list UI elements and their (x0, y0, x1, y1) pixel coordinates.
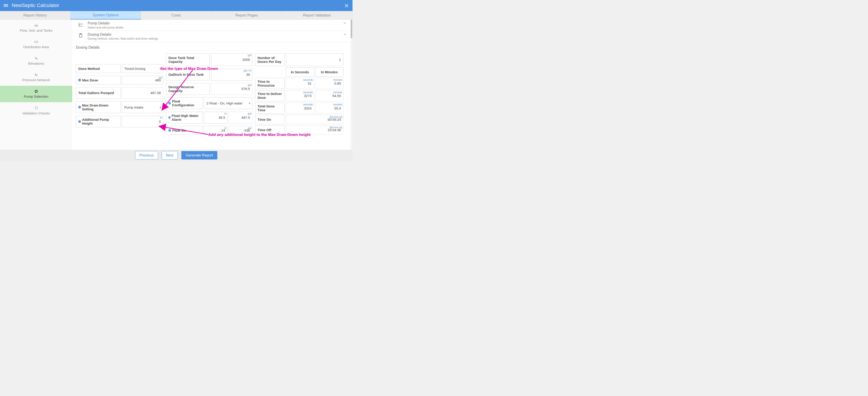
info-icon[interactable]: i (78, 106, 81, 108)
label-max-dose: iMax Dose (76, 76, 120, 85)
row-total-gallons-pumped: Total Gallons Pumped 487.38 (76, 87, 163, 99)
info-icon[interactable]: i (78, 79, 81, 81)
value-total-dose-min: minutes55.4 (315, 103, 343, 114)
checklist-icon (34, 106, 38, 110)
label-time-off: Time Off (255, 125, 285, 135)
value-float-on-gal: gal936 (229, 126, 252, 135)
input-max-dose[interactable]: gal480 (122, 76, 163, 85)
input-dose-tank[interactable]: gal2000 (211, 54, 252, 66)
menu-icon[interactable] (4, 3, 8, 8)
input-float-on-in[interactable]: in24 (204, 126, 227, 135)
house-icon (34, 23, 38, 27)
previous-button[interactable]: Previous (135, 151, 158, 159)
tab-report-validation[interactable]: Report Validation (282, 11, 352, 20)
value-float-high-gal: gal487.5 (229, 112, 252, 124)
row-dose-method: Dose Method Timed-Dosing (76, 64, 163, 73)
dosing-col-1: Dose Method Timed-Dosing iMax Dose gal48… (76, 64, 163, 127)
section-label: Dosing Details (76, 45, 349, 50)
value-time-deliver-min: minutes54.55 (315, 90, 343, 101)
value-time-deliver-sec: seconds3273 (286, 90, 314, 101)
time-grid: Number of Doses Per Day 1 In Seconds In … (255, 54, 343, 135)
sidebar-item-flow-soil-tanks[interactable]: Flow, Soil, and Tanks (0, 20, 72, 36)
panel-pump-details[interactable]: Pump Details Select and edit pump detail… (76, 20, 349, 31)
info-icon[interactable]: i (168, 102, 171, 104)
sidebar-item-pressure-network[interactable]: Pressure Network (0, 69, 72, 86)
label-time-on: Time On (255, 115, 285, 124)
chevron-down-icon[interactable] (343, 21, 347, 25)
input-float-high-in[interactable]: in36.5 (204, 112, 227, 124)
bed-icon (34, 40, 38, 44)
sidebar-item-label: Pressure Network (22, 78, 50, 82)
sidebar-item-label: Flow, Soil, and Tanks (20, 29, 52, 33)
label-dose-tank: Dose Tank Total Capacity (166, 54, 210, 66)
sidebar-item-elevations[interactable]: Elevations (0, 53, 72, 69)
sidebar-item-pump-selection[interactable]: Pump Selection (0, 86, 72, 102)
tab-report-history[interactable]: Report History (0, 11, 70, 20)
elevation-icon (34, 56, 38, 60)
input-num-doses[interactable]: 1 (286, 54, 343, 66)
row-float-config: iFloat Configuration 2 Float - On, High … (166, 97, 252, 109)
tab-system-options[interactable]: System Options (70, 11, 141, 20)
scrollbar[interactable] (350, 20, 352, 150)
sidebar-item-distribution-area[interactable]: Distribution Area (0, 36, 72, 53)
value-total-dose-sec: seconds3324 (286, 103, 314, 114)
value-time-pressurize-sec: seconds51 (286, 78, 314, 89)
svg-rect-0 (35, 41, 38, 42)
label-float-high: iFloat High Water Alarm (166, 112, 203, 124)
label-float-on: iFloat On (166, 126, 203, 135)
tab-report-pages[interactable]: Report Pages (212, 11, 282, 20)
label-total-dose-time: Total Dose Time (255, 103, 285, 114)
select-float-config[interactable]: 2 Float - On, High water (204, 97, 252, 109)
footer-bar: Previous Next Generate Report (0, 150, 352, 161)
dosing-col-3: Number of Doses Per Day 1 In Seconds In … (255, 54, 343, 135)
panel-title: Dosing Details (88, 32, 158, 37)
header-in-seconds: In Seconds (286, 67, 314, 77)
info-icon[interactable]: i (168, 116, 170, 119)
content-panel: Pump Details Select and edit pump detail… (72, 20, 352, 150)
next-button[interactable]: Next (162, 151, 178, 159)
panel-dosing-details[interactable]: Dosing Details Dosing method, volumes, f… (76, 31, 349, 42)
label-num-doses: Number of Doses Per Day (255, 54, 285, 66)
close-icon[interactable] (344, 3, 349, 8)
label-design-reserve: Design Reserve Capacity (166, 83, 210, 95)
clipboard-icon (78, 33, 84, 38)
sidebar: Flow, Soil, and Tanks Distribution Area … (0, 20, 72, 150)
generate-report-button[interactable]: Generate Report (181, 151, 217, 159)
panel-header-text: Dosing Details Dosing method, volumes, f… (88, 32, 158, 40)
label-gal-inch: Gal/Inch in Dose Tank (166, 69, 210, 80)
sidebar-item-label: Validation Checks (22, 111, 50, 116)
label-time-deliver: Time to Deliver Dose (255, 90, 285, 101)
label-max-drawdown: iMax Draw-Down Setting (76, 101, 120, 113)
row-dose-tank-capacity: Dose Tank Total Capacity gal2000 (166, 54, 252, 66)
info-icon[interactable]: i (78, 120, 81, 123)
label-float-config: iFloat Configuration (166, 97, 203, 109)
row-max-dose: iMax Dose gal480 (76, 76, 163, 85)
panel-subtitle: Select and edit pump details (88, 26, 123, 29)
select-max-drawdown[interactable]: Pump Intake (122, 101, 163, 113)
label-dose-method: Dose Method (76, 64, 120, 73)
select-dose-method[interactable]: Timed-Dosing (122, 64, 163, 73)
label-time-pressurize: Time to Pressurize (255, 78, 285, 89)
pump-icon (34, 89, 38, 93)
scrollbar-thumb[interactable] (351, 20, 352, 38)
row-design-reserve: Design Reserve Capacity gal576.5 (166, 83, 252, 95)
app-title: NewSeptic Calculator (12, 2, 59, 8)
main-area: Flow, Soil, and Tanks Distribution Area … (0, 20, 352, 150)
chart-icon (78, 22, 84, 27)
input-addl-pump-height[interactable]: in0 (122, 116, 163, 128)
dosing-columns: Dose Method Timed-Dosing iMax Dose gal48… (76, 54, 349, 135)
row-gal-inch: Gal/Inch in Dose Tank gal / in39 (166, 69, 252, 80)
row-float-on: iFloat On in24 gal936 (166, 126, 252, 135)
info-icon[interactable]: i (168, 129, 171, 132)
tab-bar: Report History System Options Costs Repo… (0, 11, 352, 20)
input-gal-inch[interactable]: gal / in39 (211, 69, 252, 80)
panel-header-text: Pump Details Select and edit pump detail… (88, 21, 123, 29)
value-time-off: [hh:mm:ss]23:04:36 (286, 125, 343, 135)
value-time-on: [hh:mm:ss]00:55:24 (286, 115, 343, 124)
value-total-gallons: 487.38 (122, 87, 163, 99)
sidebar-item-validation-checks[interactable]: Validation Checks (0, 102, 72, 119)
chevron-up-icon[interactable] (343, 32, 347, 36)
row-additional-pump-height: iAdditional Pump Height in0 (76, 116, 163, 128)
app-header: NewSeptic Calculator (0, 0, 352, 11)
tab-costs[interactable]: Costs (141, 11, 212, 20)
